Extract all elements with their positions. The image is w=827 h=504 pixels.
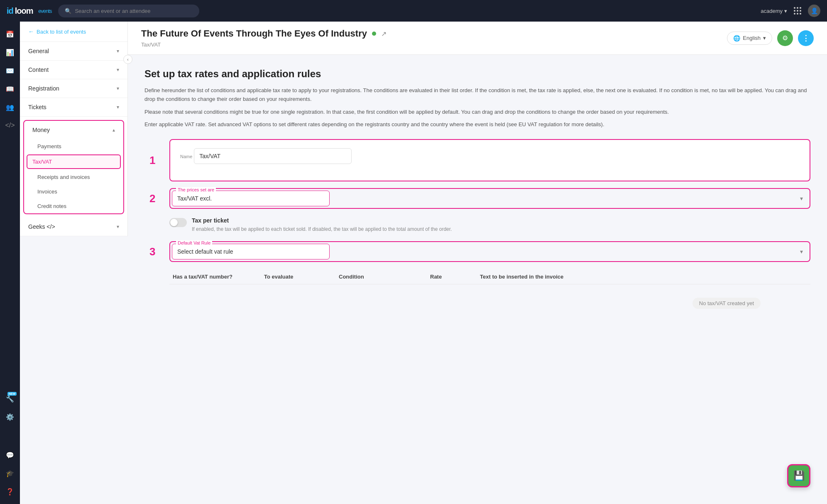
toggle-label: Tax per ticket bbox=[192, 217, 452, 224]
user-icon: 👤 bbox=[811, 7, 818, 14]
vat-rule-select-wrapper: Default Vat Rule Select default vat rule… bbox=[172, 244, 808, 259]
description-2: Please note that several conditions migh… bbox=[144, 108, 810, 117]
save-button[interactable]: 💾 bbox=[787, 464, 810, 487]
nav-sidebar-wrapper: ← Back to list of events General ▾ Conte… bbox=[20, 22, 128, 504]
sidebar-icon-calendar[interactable]: 📅 bbox=[2, 27, 17, 42]
sidebar-icon-settings[interactable]: ⚙️ bbox=[2, 409, 17, 424]
nav-item-taxvat[interactable]: Tax/VAT bbox=[27, 154, 121, 169]
toggle-description: If enabled, the tax will be applied to e… bbox=[192, 225, 452, 233]
content-area: The Future Of Events Through The Eyes Of… bbox=[128, 22, 827, 504]
back-to-list-link[interactable]: ← Back to list of events bbox=[20, 22, 127, 42]
back-arrow-icon: ← bbox=[28, 28, 34, 35]
nav-group-header-content[interactable]: Content ▾ bbox=[20, 61, 127, 79]
chevron-down-icon: ▾ bbox=[784, 8, 787, 14]
sidebar-icon-message[interactable]: 💬 bbox=[2, 448, 17, 462]
nav-item-receipts[interactable]: Receipts and invoices bbox=[24, 170, 123, 184]
more-icon: ⋮ bbox=[802, 34, 810, 43]
description-3: Enter applicable VAT rate. Set advanced … bbox=[144, 120, 810, 129]
gear-icon: ⚙ bbox=[782, 34, 788, 42]
no-tax-badge: No tax/VAT created yet bbox=[692, 298, 761, 309]
sidebar-icon-code[interactable]: </> bbox=[2, 118, 17, 133]
tax-per-ticket-toggle[interactable]: ✕ bbox=[169, 218, 187, 227]
nav-group-header-geeks[interactable]: Geeks </> ▾ bbox=[20, 218, 127, 236]
name-field-label: Name bbox=[180, 154, 192, 159]
step-3-row: 3 Default Vat Rule Select default vat ru… bbox=[169, 241, 810, 262]
collapse-sidebar-button[interactable]: ‹ bbox=[123, 55, 132, 64]
sidebar-icon-book[interactable]: 📖 bbox=[2, 81, 17, 96]
app-logo: idloom events bbox=[7, 6, 51, 16]
nav-group-header-general[interactable]: General ▾ bbox=[20, 42, 127, 60]
settings-button[interactable]: ⚙ bbox=[777, 30, 793, 46]
chevron-down-icon: ▾ bbox=[117, 104, 119, 110]
step-1-row: 1 Name bbox=[169, 139, 810, 181]
name-input[interactable] bbox=[194, 148, 352, 164]
sidebar-icon-email[interactable]: ✉️ bbox=[2, 63, 17, 78]
no-tax-message: No tax/VAT created yet bbox=[169, 291, 810, 309]
form-container: 1 Name 2 The prices set are bbox=[144, 139, 810, 309]
prices-select[interactable]: Tax/VAT excl. Tax/VAT incl. bbox=[172, 191, 330, 206]
select-arrow-icon: ▾ bbox=[800, 248, 803, 255]
event-status-dot bbox=[372, 32, 376, 36]
prices-field-label: The prices set are bbox=[176, 187, 216, 192]
search-bar[interactable]: 🔍 bbox=[58, 5, 199, 17]
save-icon: 💾 bbox=[793, 470, 805, 481]
step-2-row: 2 The prices set are Tax/VAT excl. Tax/V… bbox=[169, 188, 810, 209]
chevron-up-icon: ▴ bbox=[113, 127, 115, 133]
step-1-label: 1 bbox=[149, 154, 155, 167]
select-arrow-icon: ▾ bbox=[800, 195, 803, 202]
chevron-down-icon: ▾ bbox=[117, 67, 119, 73]
step-2-label: 2 bbox=[149, 192, 155, 205]
event-title-area: The Future Of Events Through The Eyes Of… bbox=[141, 28, 387, 48]
nav-group-header-money[interactable]: Money ▴ bbox=[24, 121, 123, 139]
topnav-right: academy ▾ 👤 bbox=[761, 5, 820, 17]
table-col-rate: Rate bbox=[427, 274, 477, 280]
step-1-box: Name bbox=[169, 139, 810, 181]
external-link-icon[interactable]: ↗ bbox=[381, 30, 387, 38]
nav-group-tickets: Tickets ▾ bbox=[20, 98, 127, 117]
nav-item-payments[interactable]: Payments bbox=[24, 139, 123, 154]
nav-group-header-tickets[interactable]: Tickets ▾ bbox=[20, 98, 127, 116]
event-title: The Future Of Events Through The Eyes Of… bbox=[141, 28, 367, 39]
tax-table-header: Has a tax/VAT number? To evaluate Condit… bbox=[169, 274, 810, 284]
page-title: Set up tax rates and application rules bbox=[144, 68, 810, 80]
table-col-condition: Condition bbox=[335, 274, 427, 280]
toggle-knob bbox=[170, 219, 178, 226]
table-col-evaluate: To evaluate bbox=[261, 274, 335, 280]
chevron-down-icon: ▾ bbox=[117, 48, 119, 54]
search-input[interactable] bbox=[75, 8, 193, 14]
nav-group-content: Content ▾ bbox=[20, 61, 127, 79]
sidebar-icon-chart[interactable]: 📊 bbox=[2, 45, 17, 60]
icon-sidebar: 📅 📊 ✉️ 📖 👥 </> 🔧 NEW ⚙️ 💬 🎓 ❓ bbox=[0, 22, 20, 504]
chevron-down-icon: ▾ bbox=[763, 35, 766, 41]
nav-group-money: Money ▴ Payments Tax/VAT Receipts and in… bbox=[23, 120, 124, 214]
more-options-button[interactable]: ⋮ bbox=[798, 30, 814, 46]
step-2-box: The prices set are Tax/VAT excl. Tax/VAT… bbox=[169, 188, 810, 209]
nav-group-general: General ▾ bbox=[20, 42, 127, 61]
chevron-down-icon: ▾ bbox=[117, 86, 119, 91]
nav-item-invoices[interactable]: Invoices bbox=[24, 184, 123, 199]
sidebar-icon-help[interactable]: ❓ bbox=[2, 484, 17, 499]
event-actions: 🌐 English ▾ ⚙ ⋮ bbox=[727, 30, 814, 46]
language-button[interactable]: 🌐 English ▾ bbox=[727, 32, 772, 45]
top-navigation: idloom events 🔍 academy ▾ 👤 bbox=[0, 0, 827, 22]
nav-item-creditnotes[interactable]: Credit notes bbox=[24, 199, 123, 213]
step-3-label: 3 bbox=[149, 245, 155, 258]
nav-group-geeks: Geeks </> ▾ bbox=[20, 218, 127, 236]
main-content: Set up tax rates and application rules D… bbox=[128, 55, 827, 504]
search-icon: 🔍 bbox=[65, 8, 71, 14]
vat-rule-field-label: Default Vat Rule bbox=[176, 240, 212, 245]
sidebar-icon-users[interactable]: 👥 bbox=[2, 100, 17, 115]
tax-per-ticket-row: ✕ Tax per ticket If enabled, the tax wil… bbox=[169, 217, 810, 233]
step-3-box: Default Vat Rule Select default vat rule… bbox=[169, 241, 810, 262]
table-col-invoice-text: Text to be inserted in the invoice bbox=[477, 274, 810, 280]
academy-menu[interactable]: academy ▾ bbox=[761, 8, 787, 14]
nav-sidebar: ← Back to list of events General ▾ Conte… bbox=[20, 22, 128, 236]
user-avatar[interactable]: 👤 bbox=[808, 5, 820, 17]
event-header: The Future Of Events Through The Eyes Of… bbox=[128, 22, 827, 55]
nav-group-header-registration[interactable]: Registration ▾ bbox=[20, 79, 127, 98]
sidebar-icon-hat[interactable]: 🎓 bbox=[2, 466, 17, 481]
vat-rule-select[interactable]: Select default vat rule bbox=[172, 244, 330, 259]
apps-grid-icon[interactable] bbox=[794, 7, 801, 15]
description-1: Define hereunder the list of conditions … bbox=[144, 86, 810, 104]
sidebar-icon-new[interactable]: 🔧 NEW bbox=[2, 391, 17, 406]
